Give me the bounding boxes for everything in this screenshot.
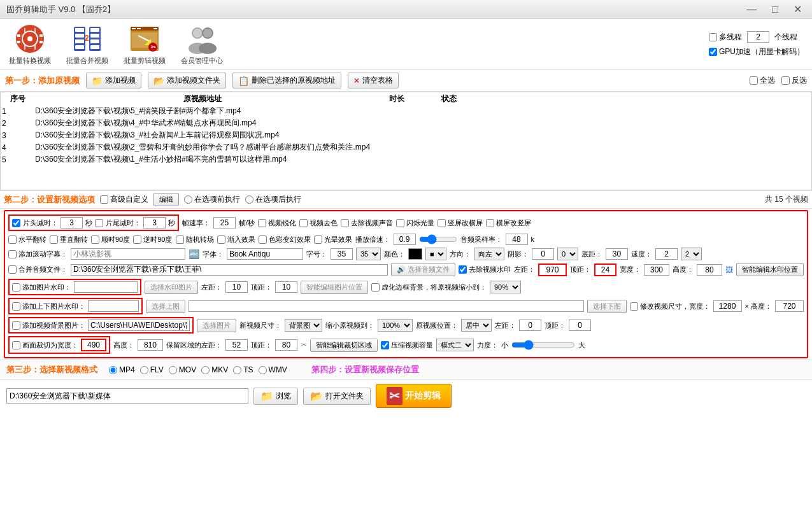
bg-image-path[interactable] [88,320,190,331]
rotate-cw-check[interactable] [91,235,99,244]
bg-top-input[interactable] [569,320,591,331]
compress-mode-select[interactable]: 模式二 [436,339,474,351]
radio-mp4[interactable] [109,366,117,374]
smart-crop-button[interactable]: 智能编辑裁切区域 [310,339,378,352]
sharpen-checkbox[interactable]: 视频锐化 [258,218,296,228]
crop-check[interactable] [12,341,20,349]
resize-height-input[interactable] [775,300,804,312]
font-size-input[interactable] [331,248,353,260]
maximize-button[interactable]: □ [768,2,782,17]
close-button[interactable]: ✕ [790,2,806,17]
head-cut-checkbox[interactable] [12,219,20,227]
audio-merge-checkbox[interactable]: 合并音频文件： [8,265,68,274]
audio-merge-check[interactable] [8,265,17,274]
color-select[interactable]: ■ [425,248,446,260]
after-radio-input[interactable] [245,195,253,204]
format-ts[interactable]: TS [233,365,253,374]
modify-size-checkbox[interactable]: 修改视频尺寸，宽度： [630,302,710,311]
rotate-ccw-checkbox[interactable]: 逆时90度 [133,235,172,244]
modify-size-check[interactable] [630,302,638,311]
color-change-check[interactable] [259,235,267,244]
resize-width-input[interactable] [713,300,742,312]
gpu-check[interactable] [709,48,717,56]
add-folder-button[interactable]: 📂 添加视频文件夹 [148,73,226,88]
position-select[interactable]: 居中 [461,319,492,332]
select-down-button[interactable]: 选择下图 [587,300,627,313]
multithread-checkbox[interactable]: 多线程 [709,32,742,43]
tail-cut-checkbox[interactable] [95,219,103,227]
color-change-checkbox[interactable]: 色彩变幻效果 [259,235,311,244]
remove-audio-checkbox[interactable]: 去除视频声音 [341,218,393,228]
updown-watermark-checkbox[interactable]: 添加上下图片水印： [12,302,85,311]
virtual-bg-check[interactable] [371,283,380,292]
start-edit-button[interactable]: ✂ 开始剪辑 [376,384,452,408]
radio-mkv[interactable] [201,366,210,374]
watermark-height-input[interactable] [697,264,722,276]
browse-button[interactable]: 📁 浏览 [253,388,298,405]
open-folder-button[interactable]: 📂 打开文件夹 [303,388,371,405]
virtual-bg-checkbox[interactable]: 虚化边框背景，将原视频缩小到： [371,283,487,292]
format-mkv[interactable]: MKV [201,365,228,374]
shadow-input[interactable] [532,248,554,260]
flash-check[interactable] [396,219,404,227]
img-watermark-check[interactable] [12,283,20,292]
radio-wmv[interactable] [259,366,267,374]
desaturate-check[interactable] [299,219,308,227]
edit-button[interactable]: 编辑 [153,193,179,206]
crop-height-input[interactable] [138,339,163,351]
font-size-select[interactable]: 35 [356,248,381,260]
font-input[interactable] [227,248,303,260]
fade-in-checkbox[interactable]: 渐入效果 [217,235,255,244]
speed-slider[interactable] [419,234,457,244]
remove-audio-check[interactable] [341,219,349,227]
select-bg-image-button[interactable]: 选择图片 [197,319,236,332]
subtitle-check[interactable] [8,250,17,258]
minimize-button[interactable]: — [743,2,760,17]
light-effect-checkbox[interactable]: 光晕效果 [314,235,352,244]
smart-watermark-button[interactable]: 智能编辑水印位置 [736,263,804,276]
head-cut-input[interactable] [61,217,83,228]
batch-convert-button[interactable]: 批量转换视频 [8,23,52,66]
advanced-check[interactable] [100,195,108,204]
watermark-left-input[interactable] [538,264,567,276]
before-radio-input[interactable] [184,195,192,204]
crop-top-input[interactable] [275,339,297,351]
smart-img-button[interactable]: 智能编辑图片位置 [301,281,368,294]
select-all-check[interactable] [750,76,758,85]
compress-slider[interactable] [511,340,575,350]
invert-checkbox[interactable]: 反选 [781,75,807,86]
updown-watermark-check[interactable] [12,302,20,311]
watermark-width-input[interactable] [644,264,669,276]
img-watermark-path[interactable] [74,281,138,293]
speed-input[interactable] [394,234,416,245]
direction-select[interactable]: 向左 [474,248,504,260]
sharpen-check[interactable] [258,219,266,227]
batch-merge-button[interactable]: 2 批量合并视频 [65,23,110,66]
img-top-input[interactable] [275,281,297,293]
flash-checkbox[interactable]: 闪烁光量 [396,218,434,228]
scale-select[interactable]: 100% [378,319,413,332]
shadow-select[interactable]: 0 [557,248,578,260]
random-rotate-check[interactable] [176,235,184,244]
updown-path-input[interactable] [88,300,139,312]
head-cut-check[interactable] [12,219,20,227]
bottom-input[interactable] [606,248,628,260]
audio-path-input[interactable] [71,264,388,276]
advanced-checkbox[interactable]: 高级自定义 [100,194,148,205]
tail-cut-input[interactable] [143,217,166,228]
select-all-checkbox[interactable]: 全选 [750,75,775,86]
member-center-button[interactable]: 会员管理中心 [180,23,224,66]
framerate-input[interactable] [213,217,236,228]
invert-check[interactable] [781,76,790,85]
rotate-ccw-check[interactable] [133,235,141,244]
thread-count-input[interactable] [747,31,769,43]
gpu-checkbox[interactable]: GPU加速（用显卡解码） [709,46,804,57]
radio-ts[interactable] [233,366,241,374]
format-flv[interactable]: FLV [140,365,164,374]
format-mp4[interactable]: MP4 [109,365,135,374]
portrait-checkbox[interactable]: 竖屏改横屏 [438,218,483,228]
subtitle-checkbox[interactable]: 添加滚动字幕： [8,249,68,259]
batch-edit-button[interactable]: ✂ 批量剪辑视频 [122,23,167,66]
add-video-button[interactable]: 📁 添加视频 [86,73,141,88]
virtual-bg-select[interactable]: 90% [490,281,521,293]
